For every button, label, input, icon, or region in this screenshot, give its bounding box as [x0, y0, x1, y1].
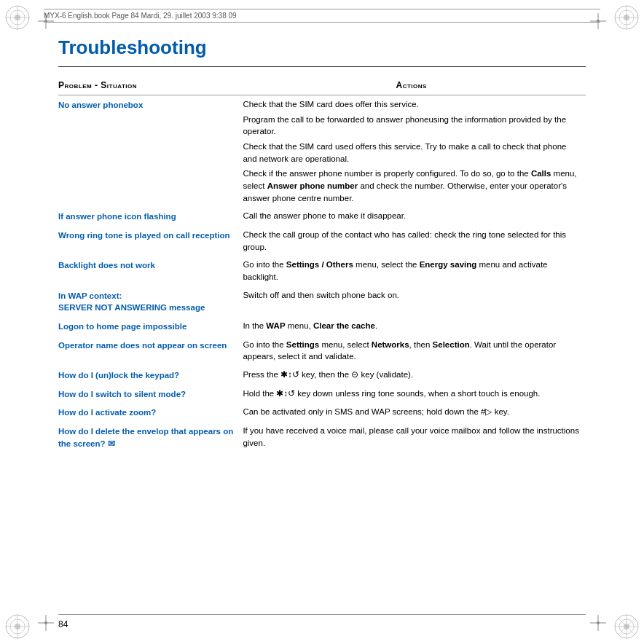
- table-row: Wrong ring tone is played on call recept…: [58, 226, 586, 256]
- crosshair-br: [590, 615, 606, 631]
- actions-cell: Call the answer phone to make it disappe…: [243, 207, 586, 226]
- corner-deco-tr: [612, 3, 641, 32]
- problem-cell: Backlight does not work: [58, 256, 243, 286]
- problem-cell: If answer phone icon flashing: [58, 207, 243, 226]
- action-text: Press the ✱↕↺ key, then the ⊝ key (valid…: [243, 369, 580, 381]
- actions-cell: Check that the SIM card does offer this …: [243, 95, 586, 208]
- table-row: Backlight does not work Go into the Sett…: [58, 256, 586, 286]
- table-header-row: Problem - Situation Actions: [58, 77, 586, 95]
- actions-cell: Check the call group of the contact who …: [243, 226, 586, 256]
- problem-cell: Operator name does not appear on screen: [58, 336, 243, 366]
- problem-cell: In WAP context:SERVER NOT ANSWERING mess…: [58, 286, 243, 317]
- actions-cell: Press the ✱↕↺ key, then the ⊝ key (valid…: [243, 366, 586, 385]
- table-row: How do I (un)lock the keypad? Press the …: [58, 366, 586, 385]
- action-text: Go into the Settings menu, select Networ…: [243, 339, 580, 363]
- corner-deco-tl: [3, 3, 32, 32]
- problem-cell: Wrong ring tone is played on call recept…: [58, 226, 243, 256]
- table-row: If answer phone icon flashing Call the a…: [58, 207, 586, 226]
- action-text: Can be activated only in SMS and WAP scr…: [243, 406, 580, 418]
- action-text: Check if the answer phone number is prop…: [243, 168, 580, 204]
- action-text: Switch off and then switch phone back on…: [243, 289, 580, 302]
- problem-cell: How do I (un)lock the keypad?: [58, 366, 243, 385]
- actions-cell: In the WAP menu, Clear the cache.: [243, 317, 586, 336]
- problem-cell: How do I delete the envelop that appears…: [58, 422, 243, 452]
- action-text: Program the call to be forwarded to answ…: [243, 114, 580, 138]
- table-row: In WAP context:SERVER NOT ANSWERING mess…: [58, 286, 586, 317]
- crosshair-bl: [38, 615, 54, 631]
- actions-cell: Go into the Settings menu, select Networ…: [243, 336, 586, 366]
- action-text: Call the answer phone to make it disappe…: [243, 210, 580, 222]
- problem-cell: Logon to home page impossible: [58, 317, 243, 336]
- action-text: Check that the SIM card used offers this…: [243, 141, 580, 165]
- trouble-table: Problem - Situation Actions No answer ph…: [58, 77, 586, 452]
- main-content: Troubleshooting Problem - Situation Acti…: [58, 36, 586, 600]
- col-actions-header: Actions: [243, 77, 586, 95]
- corner-deco-br: [612, 612, 641, 641]
- actions-cell: If you have received a voice mail, pleas…: [243, 422, 586, 452]
- actions-cell: Can be activated only in SMS and WAP scr…: [243, 403, 586, 422]
- actions-cell: Go into the Settings / Others menu, sele…: [243, 256, 586, 286]
- table-row: Logon to home page impossible In the WAP…: [58, 317, 586, 336]
- bottom-rule: [58, 614, 586, 615]
- table-row: Operator name does not appear on screen …: [58, 336, 586, 366]
- action-text: Go into the Settings / Others menu, sele…: [243, 259, 580, 283]
- header-bar: MYX-6 English.book Page 84 Mardi, 29. ju…: [44, 9, 600, 23]
- table-body: No answer phonebox Check that the SIM ca…: [58, 95, 586, 453]
- problem-cell: No answer phonebox: [58, 95, 243, 208]
- action-text: If you have received a voice mail, pleas…: [243, 425, 580, 449]
- table-row: How do I activate zoom? Can be activated…: [58, 403, 586, 422]
- corner-deco-bl: [3, 612, 32, 641]
- action-text: Check the call group of the contact who …: [243, 229, 580, 253]
- page: MYX-6 English.book Page 84 Mardi, 29. ju…: [0, 0, 644, 644]
- actions-cell: Hold the ✱↕↺ key down unless ring tone s…: [243, 385, 586, 404]
- action-text: In the WAP menu, Clear the cache.: [243, 320, 580, 332]
- problem-cell: How do I switch to silent mode?: [58, 385, 243, 404]
- problem-cell: How do I activate zoom?: [58, 403, 243, 422]
- action-text: Check that the SIM card does offer this …: [243, 98, 580, 111]
- table-row: No answer phonebox Check that the SIM ca…: [58, 95, 586, 208]
- title-rule: [58, 66, 586, 67]
- page-title: Troubleshooting: [58, 36, 586, 59]
- col-problem-header: Problem - Situation: [58, 77, 243, 95]
- actions-cell: Switch off and then switch phone back on…: [243, 286, 586, 317]
- table-row: How do I switch to silent mode? Hold the…: [58, 385, 586, 404]
- table-row: How do I delete the envelop that appears…: [58, 422, 586, 452]
- action-text: Hold the ✱↕↺ key down unless ring tone s…: [243, 388, 580, 400]
- page-number: 84: [58, 619, 68, 629]
- header-text: MYX-6 English.book Page 84 Mardi, 29. ju…: [44, 12, 237, 20]
